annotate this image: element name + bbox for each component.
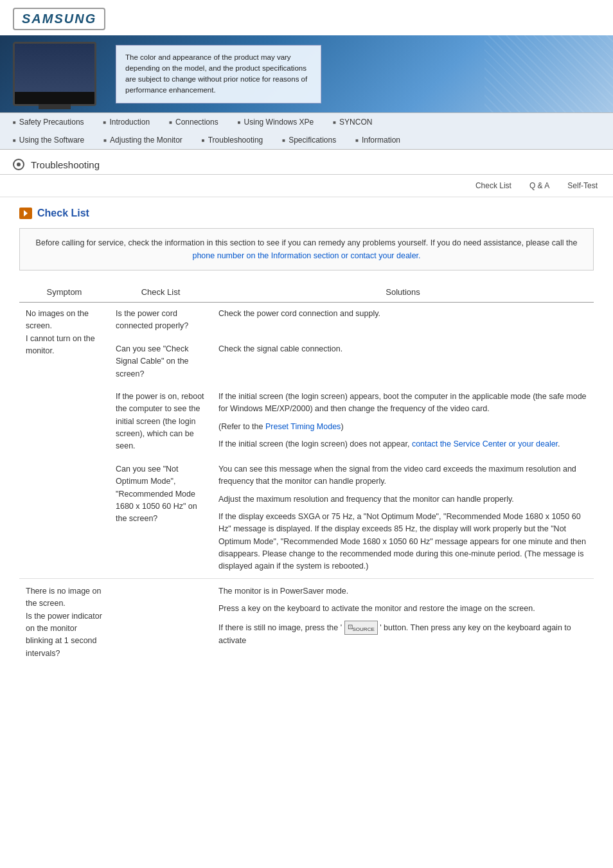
checklist-cell-1-1: Is the power cord connected properly? [109,303,212,338]
checklist-cell-1-3: If the power is on, reboot the computer … [109,385,212,458]
service-center-link[interactable]: contact the Service Center or your deale… [412,439,558,448]
nav-troubleshooting[interactable]: Troubleshooting [202,136,263,145]
nav-adjusting-monitor[interactable]: Adjusting the Monitor [103,136,182,145]
symptom-cell-1: No images on the screen.I cannot turn on… [19,303,109,579]
samsung-logo: SAMSUNG [13,8,105,30]
checklist-cell-1-2: Can you see "Check Signal Cable" on the … [109,338,212,385]
checklist-cell-1-4: Can you see "Not Optimum Mode", "Recomme… [109,458,212,579]
sub-nav-qa[interactable]: Q & A [527,180,552,191]
nav-syncon[interactable]: SYNCON [333,118,372,127]
section-title-text: Check List [37,208,89,219]
page-title-bar: Troubleshooting [0,150,613,175]
symptom-cell-2: There is no image on the screen.Is the p… [19,578,109,665]
solutions-cell-1-4: You can see this message when the signal… [212,458,594,579]
banner-text-box: The color and appearance of the product … [116,45,321,103]
solutions-cell-1-1: Check the power cord connection and supp… [212,303,594,338]
nav-using-windows-xpe[interactable]: Using Windows XPe [238,118,314,127]
info-box-link[interactable]: phone number on the Information section … [192,251,420,260]
troubleshooting-table: Symptom Check List Solutions No images o… [19,283,594,665]
nav-row-2: Using the Software Adjusting the Monitor… [13,131,600,149]
banner-description: The color and appearance of the product … [125,53,307,94]
col-header-solutions: Solutions [212,283,594,303]
nav-introduction[interactable]: Introduction [103,118,150,127]
sub-nav-check-list[interactable]: Check List [473,180,514,191]
source-button-icon: ⊡SOURCE [344,621,378,635]
nav-using-software[interactable]: Using the Software [13,136,84,145]
banner-tv-image [13,42,96,106]
header: SAMSUNG [0,0,613,30]
banner-decoration [484,35,613,112]
nav-connections[interactable]: Connections [169,118,218,127]
nav-specifications[interactable]: Specifications [282,136,336,145]
nav-row-1: Safety Precautions Introduction Connecti… [13,113,600,131]
solutions-cell-1-2: Check the signal cable connection. [212,338,594,385]
svg-marker-0 [24,210,28,217]
nav-information[interactable]: Information [355,136,400,145]
nav-bar: Safety Precautions Introduction Connecti… [0,112,613,150]
logo-area: SAMSUNG [13,8,600,30]
table-row: There is no image on the screen.Is the p… [19,578,594,665]
col-header-checklist: Check List [109,283,212,303]
page-title-icon [13,159,24,170]
page-title-icon-dot [17,163,21,166]
sub-nav-self-test[interactable]: Self-Test [565,180,600,191]
section-title: Check List [19,208,594,219]
page-title: Troubleshooting [31,159,100,170]
sub-nav: Check List Q & A Self-Test [0,175,613,197]
table-row: No images on the screen.I cannot turn on… [19,303,594,338]
info-box: Before calling for service, check the in… [19,228,594,270]
nav-safety-precautions[interactable]: Safety Precautions [13,118,84,127]
section-icon [19,208,32,219]
col-header-symptom: Symptom [19,283,109,303]
info-box-text-before: Before calling for service, check the in… [36,238,578,247]
main-content: Check List Before calling for service, c… [0,197,613,675]
solutions-cell-2-1: The monitor is in PowerSaver mode. Press… [212,578,594,665]
solutions-cell-1-3: If the initial screen (the login screen)… [212,385,594,458]
banner: The color and appearance of the product … [0,35,613,112]
preset-timing-link[interactable]: Preset Timing Modes [265,422,341,431]
checklist-cell-2-1 [109,578,212,665]
